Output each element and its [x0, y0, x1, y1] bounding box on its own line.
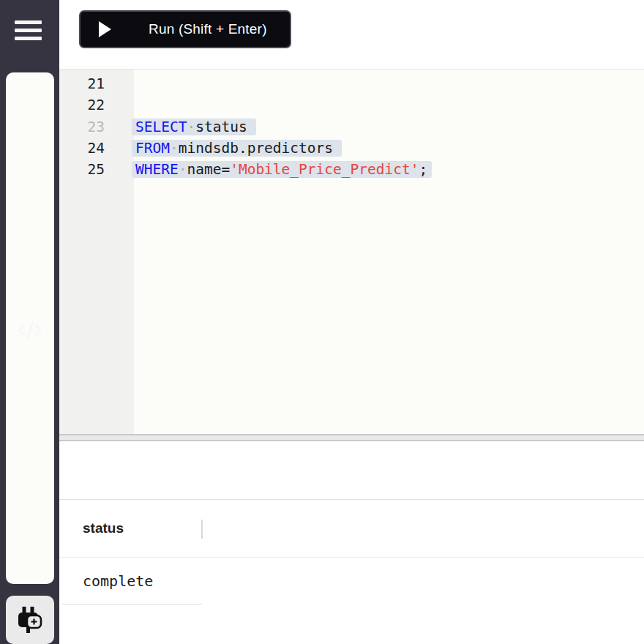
code-line[interactable] — [135, 73, 644, 94]
column-header-status[interactable]: status — [59, 520, 201, 536]
table-row[interactable]: complete — [59, 558, 644, 604]
editor-gutter: 2122232425 — [59, 70, 134, 434]
column-resize-divider[interactable] — [201, 520, 203, 539]
plug-add-icon — [17, 606, 43, 634]
line-number: 21 — [59, 73, 105, 94]
sidebar — [0, 0, 59, 644]
toolbar: Run (Shift + Enter) — [59, 0, 644, 69]
token-plain: status — [195, 119, 247, 135]
line-number: 23 — [59, 116, 105, 138]
token-keyword: FROM — [135, 140, 170, 157]
results-panel: status complete — [59, 441, 644, 644]
selection-highlight: SELECT·status — [132, 119, 256, 135]
token-string: 'Mobile_Price_Predict' — [230, 161, 419, 178]
token-ws: · — [170, 140, 179, 157]
main-area: Run (Shift + Enter) 2122232425 SELECT·st… — [59, 0, 644, 644]
results-header-row: status — [59, 499, 644, 558]
code-line[interactable]: FROM·mindsdb.predictors — [135, 138, 644, 159]
code-line[interactable]: SELECT·status — [135, 116, 644, 138]
line-number: 22 — [59, 94, 105, 116]
selection-highlight: WHERE·name='Mobile_Price_Predict'; — [132, 161, 432, 178]
play-icon — [97, 20, 112, 38]
token-ws: · — [179, 161, 187, 178]
line-number: 24 — [59, 138, 105, 159]
run-button-label: Run (Shift + Enter) — [149, 21, 267, 37]
run-button[interactable]: Run (Shift + Enter) — [79, 10, 291, 48]
app-root: Run (Shift + Enter) 2122232425 SELECT·st… — [0, 0, 644, 644]
token-plain: mindsdb.predictors — [179, 140, 333, 157]
line-number: 25 — [59, 159, 105, 180]
sidebar-item-editor[interactable] — [6, 72, 54, 584]
code-editor[interactable]: 2122232425 SELECT·statusFROM·mindsdb.pre… — [59, 69, 644, 434]
token-keyword: WHERE — [135, 161, 179, 178]
selection-highlight: FROM·mindsdb.predictors — [132, 140, 342, 157]
code-icon — [17, 321, 43, 340]
code-line[interactable] — [135, 94, 644, 116]
status-cell: complete — [59, 572, 153, 590]
hamburger-menu-icon — [15, 20, 42, 24]
row-underline — [62, 604, 202, 604]
token-plain: name= — [187, 161, 230, 178]
menu-button[interactable] — [15, 20, 42, 40]
token-keyword: SELECT — [135, 119, 187, 135]
panel-resize-handle[interactable] — [59, 434, 644, 441]
sidebar-item-add-connection[interactable] — [6, 596, 54, 644]
editor-content[interactable]: SELECT·statusFROM·mindsdb.predictorsWHER… — [134, 70, 644, 434]
results-toolbar-area — [59, 441, 644, 499]
token-plain: ; — [419, 161, 427, 178]
code-line[interactable]: WHERE·name='Mobile_Price_Predict'; — [135, 159, 644, 180]
token-ws: · — [187, 119, 195, 135]
